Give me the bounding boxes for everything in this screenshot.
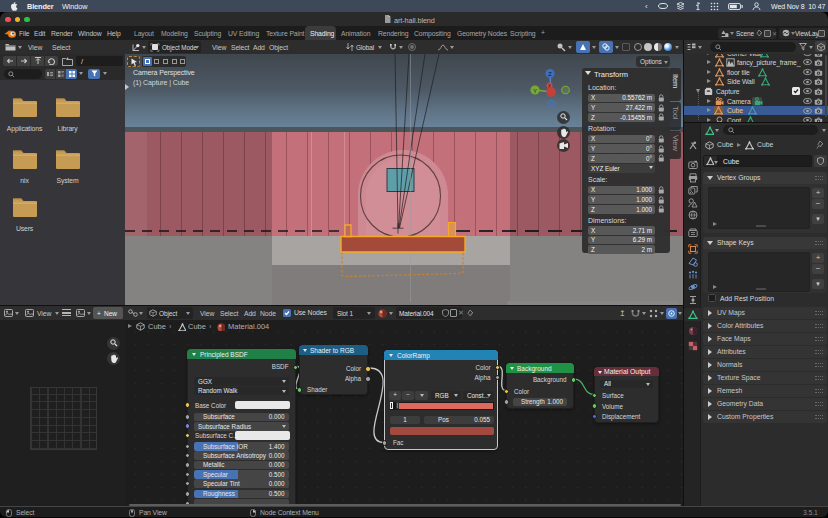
svg-text:Y: Y	[533, 88, 537, 94]
